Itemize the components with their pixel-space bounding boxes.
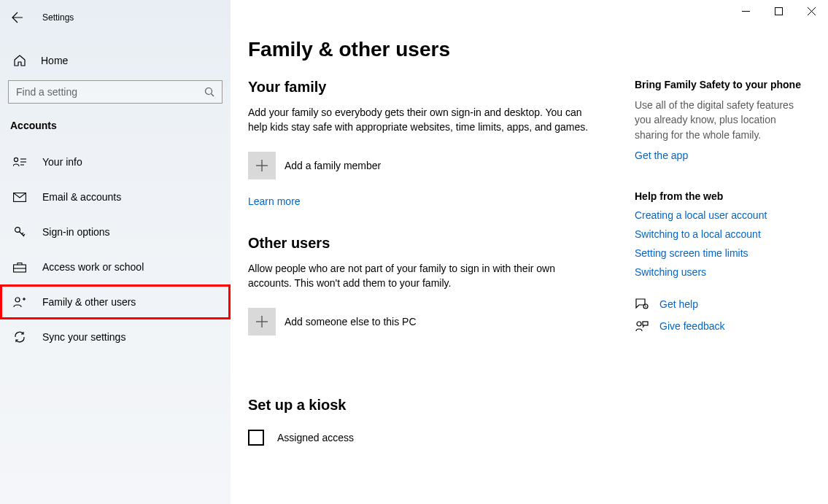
get-help-link[interactable]: ? Get help [635,298,802,310]
sidebar-item-your-info[interactable]: Your info [0,144,231,179]
sidebar-item-sync-settings[interactable]: Sync your settings [0,319,231,354]
feedback-icon [635,320,649,332]
add-family-member-button[interactable]: Add a family member [248,152,591,179]
plus-icon [248,152,276,179]
get-app-link[interactable]: Get the app [635,150,688,161]
back-button[interactable] [6,6,29,29]
safety-heading: Bring Family Safety to your phone [635,79,802,90]
others-desc: Allow people who are not part of your fa… [248,262,591,290]
add-other-label: Add someone else to this PC [285,316,417,327]
others-heading: Other users [248,235,591,252]
mail-icon [13,193,26,202]
person-card-icon [13,157,26,167]
assigned-access-button[interactable]: Assigned access [248,430,591,446]
svg-text:?: ? [645,304,647,309]
help-link-switch-local[interactable]: Switching to a local account [635,228,802,240]
sidebar-item-label: Family & other users [42,296,136,308]
svg-line-1 [212,94,214,97]
arrow-left-icon [12,12,23,23]
svg-point-10 [15,298,20,302]
sidebar-item-label: Sign-in options [42,226,110,238]
plus-icon [248,308,276,336]
family-desc: Add your family so everybody gets their … [248,106,591,134]
titlebar-left: Settings [0,3,231,32]
svg-point-23 [637,322,641,326]
sidebar-nav: Your info Email & accounts Sign-in optio… [0,144,231,354]
give-feedback-link[interactable]: Give feedback [635,320,802,332]
svg-rect-14 [775,7,783,15]
maximize-icon [775,7,783,15]
get-help-label: Get help [659,298,698,310]
svg-point-7 [15,228,20,233]
sidebar-home[interactable]: Home [0,45,231,74]
safety-desc: Use all of the digital safety features y… [635,98,802,142]
content-right: Bring Family Safety to your phone Use al… [635,79,802,446]
home-icon [13,54,26,67]
help-link-screen-time[interactable]: Setting screen time limits [635,247,802,259]
chat-help-icon: ? [635,298,649,310]
sidebar-item-label: Access work or school [42,261,144,273]
svg-point-2 [14,158,18,161]
assigned-access-label: Assigned access [277,432,354,443]
person-plus-icon [13,296,26,308]
sidebar-item-label: Your info [42,156,82,168]
sidebar-item-label: Sync your settings [42,331,125,343]
close-icon [808,7,816,15]
learn-more-link[interactable]: Learn more [248,195,301,207]
sidebar-item-label: Email & accounts [42,191,121,203]
help-link-switch-users[interactable]: Switching users [635,266,802,278]
minimize-icon [742,7,750,15]
main-content: Family & other users Your family Add you… [231,0,828,504]
key-icon [13,225,26,239]
maximize-button[interactable] [762,0,795,22]
sync-icon [13,330,26,344]
sidebar-item-signin-options[interactable]: Sign-in options [0,214,231,249]
add-family-label: Add a family member [285,160,381,171]
sidebar: Settings Home Accounts Your info [0,0,231,504]
family-heading: Your family [248,79,591,96]
sidebar-item-family-other-users[interactable]: Family & other users [0,284,231,319]
kiosk-heading: Set up a kiosk [248,397,591,414]
svg-rect-24 [643,322,648,325]
help-heading: Help from the web [635,190,802,202]
svg-point-0 [206,88,212,95]
sidebar-section-label: Accounts [0,115,231,144]
sidebar-item-email-accounts[interactable]: Email & accounts [0,179,231,214]
add-other-user-button[interactable]: Add someone else to this PC [248,308,591,336]
search-input[interactable] [16,86,204,98]
close-button[interactable] [795,0,828,22]
content-left: Your family Add your family so everybody… [248,79,591,446]
sidebar-home-label: Home [41,55,68,66]
page-title: Family & other users [248,38,805,61]
search-icon [204,87,214,97]
sidebar-item-access-work-school[interactable]: Access work or school [0,249,231,284]
give-feedback-label: Give feedback [659,320,725,332]
window-controls [730,0,828,22]
kiosk-icon [248,430,264,446]
briefcase-icon [13,262,26,273]
app-title: Settings [42,12,74,23]
help-link-create-local[interactable]: Creating a local user account [635,209,802,221]
minimize-button[interactable] [730,0,762,22]
search-box[interactable] [8,80,223,104]
